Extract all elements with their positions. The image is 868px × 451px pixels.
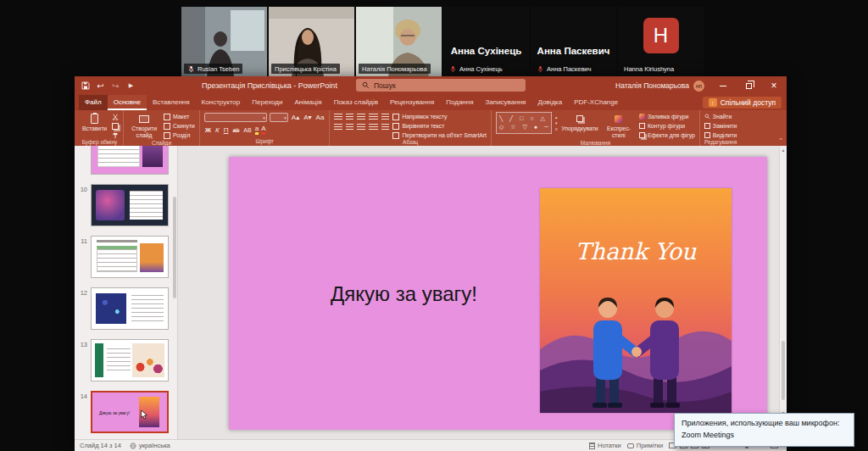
increase-indent-icon[interactable] <box>369 114 378 120</box>
columns-icon[interactable] <box>381 124 389 131</box>
align-right-icon[interactable] <box>357 124 365 131</box>
slide-thumbnail-9[interactable] <box>91 146 169 175</box>
slide-canvas[interactable]: Дякую за увагу! <box>229 157 767 430</box>
scrollbar-thumb[interactable] <box>782 341 785 400</box>
align-left-icon[interactable] <box>334 124 342 131</box>
replace-button[interactable]: Замінити <box>704 122 737 130</box>
line-spacing-icon[interactable] <box>381 114 389 120</box>
decrease-indent-icon[interactable] <box>357 114 365 120</box>
format-painter-button[interactable] <box>112 131 119 139</box>
shrink-font-button[interactable]: А▾ <box>303 114 312 121</box>
notes-button[interactable]: Нотатки <box>589 442 621 449</box>
search-input[interactable]: Пошук <box>356 79 526 92</box>
italic-button[interactable]: К <box>214 127 220 134</box>
shapes-gallery-scroll[interactable]: ▴▾≡ <box>555 112 558 131</box>
collapse-ribbon-button[interactable]: ⌃ <box>778 137 783 144</box>
new-slide-button[interactable]: Створити слайд <box>128 112 160 140</box>
find-button[interactable]: Знайти <box>704 113 737 120</box>
participant-tile-kristina[interactable]: Прислівцька Крістіна <box>269 7 354 76</box>
share-button[interactable]: ↑ Спільний доступ <box>703 97 782 109</box>
strikethrough-button[interactable]: ab <box>232 127 241 133</box>
align-center-icon[interactable] <box>346 124 353 131</box>
tab-pdf-xchange[interactable]: PDF-XChange <box>568 95 624 110</box>
paste-button[interactable]: Вставити <box>81 112 108 133</box>
slide-thumbnail-12[interactable] <box>91 287 169 330</box>
justify-icon[interactable] <box>369 124 378 131</box>
save-icon[interactable] <box>81 81 90 91</box>
tab-design[interactable]: Конструктор <box>196 95 247 110</box>
bold-button[interactable]: Ж <box>204 127 212 134</box>
language-indicator[interactable]: українська <box>130 442 170 449</box>
participant-name-badge: Hanna Kiriushyna <box>620 64 677 74</box>
tab-transitions[interactable]: Переходи <box>246 95 288 110</box>
grow-font-button[interactable]: А▴ <box>291 114 300 121</box>
change-case-button[interactable]: Аа <box>315 114 326 121</box>
new-slide-icon <box>139 115 149 123</box>
bullets-icon[interactable] <box>334 114 342 120</box>
tab-file[interactable]: Файл <box>79 95 108 110</box>
participant-tile-natalia[interactable]: Наталія Пономарьова <box>356 7 442 76</box>
redo-icon[interactable]: ↪ <box>111 81 120 91</box>
tab-review[interactable]: Рецензування <box>384 95 440 110</box>
copy-button[interactable] <box>112 122 119 130</box>
undo-icon[interactable]: ↩ <box>96 81 105 91</box>
slide-thumbnail-10[interactable] <box>91 184 169 226</box>
reset-button[interactable]: Скинути <box>164 122 195 130</box>
scroll-up-icon[interactable]: ▲ <box>780 148 787 153</box>
thumbnail-panel-scrollbar[interactable] <box>173 197 176 298</box>
participant-name: Анна Сухінець <box>459 65 503 73</box>
avatar: H <box>643 18 679 53</box>
scissors-icon <box>112 114 119 120</box>
numbering-icon[interactable] <box>346 114 353 120</box>
text-direction-button[interactable]: Напрямок тексту <box>392 113 487 120</box>
tab-help[interactable]: Довідка <box>531 95 568 110</box>
thank-you-image[interactable]: Thank You <box>540 188 732 413</box>
select-button[interactable]: Виділити <box>704 131 737 139</box>
arrange-button[interactable]: Упорядкувати <box>561 112 598 133</box>
quick-styles-button[interactable]: Експрес-стилі <box>602 112 636 140</box>
tab-view[interactable]: Подання <box>440 95 479 110</box>
section-button[interactable]: Розділ <box>164 131 195 139</box>
slide-thumbnail-13[interactable] <box>91 339 169 381</box>
participant-tile-hanna[interactable]: H Hanna Kiriushyna <box>618 7 704 76</box>
tab-slideshow[interactable]: Показ слайдів <box>328 95 384 110</box>
close-button[interactable]: × <box>761 76 787 95</box>
layout-icon <box>164 114 170 120</box>
shape-effects-button[interactable]: Ефекти для фігур <box>639 131 695 139</box>
account-area[interactable]: Наталія Пономарьова нп <box>615 76 704 95</box>
comments-button[interactable]: Примітки <box>627 442 663 449</box>
participant-tile-ruslan[interactable]: Ruslan Tseben <box>181 7 267 76</box>
participant-tile-anna-paskevych[interactable]: Анна Паскевич Анна Паскевич <box>531 7 616 76</box>
slide-thumbnail-11[interactable] <box>91 236 169 278</box>
font-color-button[interactable]: А <box>261 125 265 135</box>
shapes-gallery[interactable]: ╲ ╱ □ ○ △ → ◇ ☆ ▽ ● ─ ◦ <box>496 112 552 134</box>
vertical-scrollbar[interactable]: ▲ ▼ ▲ ▼ <box>779 146 787 439</box>
mouse-cursor <box>140 409 148 420</box>
slide-thumbnail-panel[interactable]: 9 10 11 <box>75 146 178 439</box>
tab-home[interactable]: Основне <box>108 95 147 110</box>
tab-insert[interactable]: Вставлення <box>147 95 196 110</box>
character-spacing-button[interactable]: АВ <box>242 127 252 133</box>
smartart-convert-button[interactable]: Перетворити на об'єкт SmartArt <box>392 131 487 139</box>
shape-outline-button[interactable]: Контур фігури <box>639 122 695 130</box>
minimize-button[interactable] <box>710 76 736 95</box>
shape-fill-button[interactable]: Заливка фігури <box>639 113 695 120</box>
restore-button[interactable] <box>736 76 761 95</box>
shape-outline-icon <box>639 123 645 129</box>
tab-recording[interactable]: Записування <box>480 95 532 110</box>
slide-title-text[interactable]: Дякую за увагу! <box>331 282 477 306</box>
slide-counter: Слайд 14 з 14 <box>80 442 121 449</box>
participant-tile-anna-sukhinets[interactable]: Анна Сухінець Анна Сухінець <box>443 7 529 76</box>
tab-animations[interactable]: Анімація <box>288 95 327 110</box>
align-text-button[interactable]: Вирівняти текст <box>392 122 487 130</box>
ribbon: Вставити Буфер обміну <box>75 110 787 146</box>
start-slideshow-icon[interactable]: ▶ <box>126 81 136 91</box>
slide-thumbnail-14[interactable]: Дякую за увагу! <box>91 391 169 433</box>
cut-button[interactable] <box>112 113 119 120</box>
group-label: Шрифт <box>204 138 326 146</box>
font-size-combo[interactable] <box>270 113 288 122</box>
underline-button[interactable]: П <box>223 127 230 134</box>
font-name-combo[interactable] <box>204 113 267 122</box>
layout-button[interactable]: Макет <box>164 113 195 120</box>
highlight-color-button[interactable]: а <box>255 125 259 135</box>
